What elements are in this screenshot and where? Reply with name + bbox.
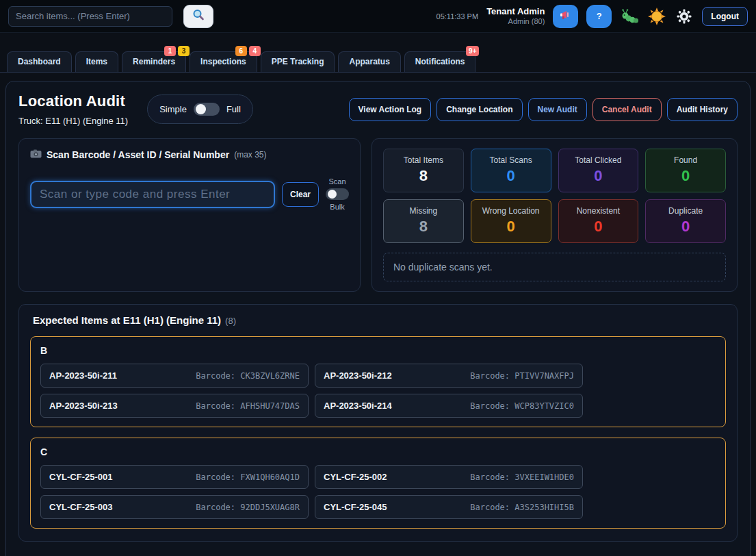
- group-b: B AP-2023-50i-211 Barcode: CK3BZVL6ZRNE …: [30, 336, 726, 427]
- expected-items-count: (8): [225, 316, 236, 326]
- mode-toggle-switch[interactable]: [194, 103, 220, 116]
- stat-total-scans: Total Scans 0: [471, 149, 551, 192]
- bulk-mode-label: Bulk: [330, 203, 344, 211]
- tab-dashboard[interactable]: Dashboard: [7, 51, 72, 72]
- change-location-button[interactable]: Change Location: [436, 98, 522, 121]
- caterpillar-icon[interactable]: [620, 8, 639, 25]
- sun-icon[interactable]: [647, 8, 666, 25]
- expected-items-title: Expected Items at E11 (H1) (Engine 11): [33, 314, 221, 326]
- clock: 05:11:33 PM: [436, 12, 479, 21]
- stat-total-clicked: Total Clicked 0: [558, 149, 639, 192]
- clear-scan-button[interactable]: Clear: [282, 182, 319, 207]
- settings-gear-icon[interactable]: [675, 8, 694, 25]
- reminders-badge-2: 3: [178, 46, 190, 56]
- stat-found: Found 0: [645, 149, 726, 192]
- tab-ppe-tracking[interactable]: PPE Tracking: [261, 51, 335, 72]
- expected-item[interactable]: CYL-CF-25-045 Barcode: A3S253HIHI5B: [315, 495, 583, 519]
- inspections-badge-1: 6: [235, 46, 247, 56]
- audit-location-subtitle: Truck: E11 (H1) (Engine 11): [18, 116, 128, 126]
- scan-code-input[interactable]: [30, 181, 275, 208]
- scan-max-note: (max 35): [234, 150, 266, 160]
- scan-section-label: Scan Barcode / Asset ID / Serial Number: [47, 149, 229, 160]
- notifications-badge: 9+: [466, 46, 479, 56]
- reminders-badge-1: 1: [164, 46, 176, 56]
- tab-inspections[interactable]: Inspections 6 4: [190, 51, 257, 72]
- expected-item[interactable]: CYL-CF-25-002 Barcode: 3VXEEIW1HDE0: [315, 465, 583, 489]
- tab-reminders[interactable]: Reminders 1 3: [122, 51, 186, 72]
- search-input[interactable]: [8, 6, 172, 27]
- question-mark-icon: ?: [597, 11, 602, 21]
- simple-full-toggle-pill: Simple Full: [147, 94, 253, 124]
- mode-full-label: Full: [226, 104, 241, 114]
- expected-item[interactable]: AP-2023-50i-214 Barcode: WCP83YTVZIC0: [315, 394, 583, 418]
- announcements-button[interactable]: [553, 5, 578, 28]
- logout-button[interactable]: Logout: [702, 7, 748, 26]
- stat-duplicate: Duplicate 0: [645, 199, 726, 243]
- stat-missing: Missing 8: [383, 199, 464, 243]
- page-title: Location Audit: [18, 92, 128, 110]
- scan-card: Scan Barcode / Asset ID / Serial Number …: [18, 138, 361, 292]
- top-navbar: 05:11:33 PM Tenant Admin Admin (80) ?: [0, 0, 756, 33]
- main-tabbar: Dashboard Items Reminders 1 3 Inspection…: [0, 51, 756, 73]
- inspections-badge-2: 4: [249, 46, 261, 56]
- search-icon: [192, 8, 205, 24]
- user-info: Tenant Admin Admin (80): [486, 6, 545, 27]
- expected-item[interactable]: CYL-CF-25-003 Barcode: 92DDJ5XUAG8R: [40, 495, 309, 519]
- scan-bulk-toggle-group: Scan Bulk: [326, 177, 349, 211]
- group-b-label: B: [40, 345, 716, 356]
- panel-header: Location Audit Truck: E11 (H1) (Engine 1…: [18, 92, 738, 126]
- stat-wrong-location: Wrong Location 0: [471, 199, 551, 243]
- audit-history-button[interactable]: Audit History: [667, 98, 738, 121]
- cancel-audit-button[interactable]: Cancel Audit: [592, 98, 662, 121]
- scan-bulk-toggle-switch[interactable]: [326, 188, 349, 200]
- megaphone-icon: [560, 10, 572, 23]
- group-c: C CYL-CF-25-001 Barcode: FXW1QH60AQ1D CY…: [30, 438, 726, 529]
- barcode-scanner-icon: [30, 149, 42, 161]
- new-audit-button[interactable]: New Audit: [528, 98, 587, 121]
- expected-item[interactable]: AP-2023-50i-211 Barcode: CK3BZVL6ZRNE: [40, 364, 309, 388]
- location-audit-panel: Location Audit Truck: E11 (H1) (Engine 1…: [5, 81, 751, 556]
- tab-items[interactable]: Items: [75, 51, 118, 72]
- duplicate-scans-note: No duplicate scans yet.: [383, 253, 726, 281]
- user-role: Admin (80): [486, 17, 545, 27]
- audit-action-buttons: View Action Log Change Location New Audi…: [349, 98, 738, 121]
- expected-item[interactable]: CYL-CF-25-001 Barcode: FXW1QH60AQ1D: [40, 465, 309, 489]
- stat-total-items: Total Items 8: [383, 149, 464, 192]
- tab-notifications[interactable]: Notifications 9+: [404, 51, 476, 72]
- group-c-label: C: [40, 446, 716, 457]
- expected-item[interactable]: AP-2023-50i-213 Barcode: AFHSHU747DAS: [40, 394, 309, 418]
- navbar-right-cluster: 05:11:33 PM Tenant Admin Admin (80) ?: [436, 5, 748, 28]
- mode-simple-label: Simple: [159, 104, 187, 114]
- help-button[interactable]: ?: [586, 5, 612, 28]
- user-name: Tenant Admin: [486, 6, 545, 17]
- view-action-log-button[interactable]: View Action Log: [349, 98, 432, 121]
- expected-items-card: Expected Items at E11 (H1) (Engine 11) (…: [18, 304, 738, 542]
- scan-mode-label: Scan: [328, 177, 346, 186]
- tab-apparatus[interactable]: Apparatus: [338, 51, 400, 72]
- audit-stats-card: Total Items 8 Total Scans 0 Total Clicke…: [372, 138, 738, 292]
- stat-nonexistent: Nonexistent 0: [558, 199, 639, 243]
- expected-item[interactable]: AP-2023-50i-212 Barcode: PTIVV7NAXFPJ: [315, 364, 583, 388]
- search-button[interactable]: [183, 5, 213, 28]
